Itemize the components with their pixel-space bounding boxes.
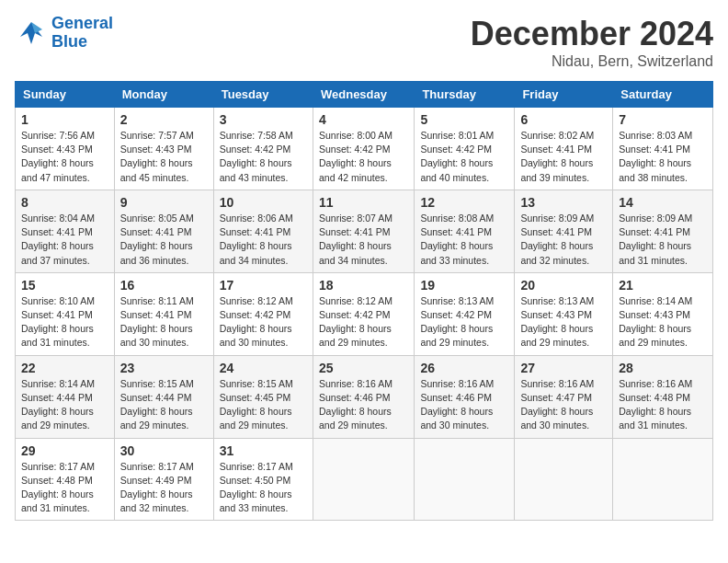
calendar-cell: 12 Sunrise: 8:08 AM Sunset: 4:41 PM Dayl… bbox=[415, 190, 515, 272]
day-info: Sunrise: 8:14 AM Sunset: 4:43 PM Dayligh… bbox=[619, 294, 707, 350]
calendar-week-row: 8 Sunrise: 8:04 AM Sunset: 4:41 PM Dayli… bbox=[16, 190, 713, 272]
day-number: 15 bbox=[21, 278, 108, 293]
day-number: 24 bbox=[220, 361, 307, 375]
day-number: 31 bbox=[220, 443, 307, 458]
day-info: Sunrise: 8:15 AM Sunset: 4:44 PM Dayligh… bbox=[120, 377, 208, 433]
day-number: 27 bbox=[520, 361, 607, 375]
day-info: Sunrise: 8:16 AM Sunset: 4:48 PM Dayligh… bbox=[619, 377, 707, 433]
logo: General Blue bbox=[15, 15, 113, 52]
day-number: 21 bbox=[619, 278, 707, 293]
location-subtitle: Nidau, Bern, Switzerland bbox=[471, 53, 713, 70]
day-number: 1 bbox=[21, 112, 108, 127]
day-info: Sunrise: 8:05 AM Sunset: 4:41 PM Dayligh… bbox=[120, 212, 208, 268]
day-info: Sunrise: 8:16 AM Sunset: 4:47 PM Dayligh… bbox=[520, 377, 607, 433]
calendar-cell: 22 Sunrise: 8:14 AM Sunset: 4:44 PM Dayl… bbox=[16, 355, 115, 438]
day-info: Sunrise: 8:10 AM Sunset: 4:41 PM Dayligh… bbox=[21, 294, 108, 350]
day-info: Sunrise: 8:09 AM Sunset: 4:41 PM Dayligh… bbox=[619, 212, 707, 268]
calendar-cell: 2 Sunrise: 7:57 AM Sunset: 4:43 PM Dayli… bbox=[114, 108, 213, 190]
day-info: Sunrise: 8:13 AM Sunset: 4:43 PM Dayligh… bbox=[520, 294, 607, 350]
column-header-sunday: Sunday bbox=[16, 82, 115, 108]
calendar-cell: 19 Sunrise: 8:13 AM Sunset: 4:42 PM Dayl… bbox=[415, 272, 515, 355]
calendar-week-row: 1 Sunrise: 7:56 AM Sunset: 4:43 PM Dayli… bbox=[16, 108, 713, 190]
calendar-cell: 24 Sunrise: 8:15 AM Sunset: 4:45 PM Dayl… bbox=[213, 355, 313, 438]
day-info: Sunrise: 8:06 AM Sunset: 4:41 PM Dayligh… bbox=[220, 212, 307, 268]
day-number: 17 bbox=[220, 278, 307, 293]
calendar-cell: 17 Sunrise: 8:12 AM Sunset: 4:42 PM Dayl… bbox=[213, 272, 313, 355]
day-number: 18 bbox=[319, 278, 408, 293]
calendar-cell bbox=[613, 438, 713, 521]
day-info: Sunrise: 8:15 AM Sunset: 4:45 PM Dayligh… bbox=[220, 377, 307, 433]
day-info: Sunrise: 8:00 AM Sunset: 4:42 PM Dayligh… bbox=[319, 129, 408, 185]
day-info: Sunrise: 8:16 AM Sunset: 4:46 PM Dayligh… bbox=[319, 377, 408, 433]
calendar-header-row: SundayMondayTuesdayWednesdayThursdayFrid… bbox=[16, 82, 713, 108]
calendar-cell: 11 Sunrise: 8:07 AM Sunset: 4:41 PM Dayl… bbox=[313, 190, 414, 272]
day-number: 20 bbox=[520, 278, 607, 293]
calendar-cell: 30 Sunrise: 8:17 AM Sunset: 4:49 PM Dayl… bbox=[114, 438, 213, 521]
calendar-cell: 21 Sunrise: 8:14 AM Sunset: 4:43 PM Dayl… bbox=[613, 272, 713, 355]
calendar-table: SundayMondayTuesdayWednesdayThursdayFrid… bbox=[15, 81, 713, 521]
day-number: 13 bbox=[520, 195, 607, 210]
day-info: Sunrise: 8:03 AM Sunset: 4:41 PM Dayligh… bbox=[619, 129, 707, 185]
day-number: 22 bbox=[21, 361, 108, 375]
page-header: General Blue December 2024 Nidau, Bern, … bbox=[15, 15, 713, 70]
calendar-week-row: 22 Sunrise: 8:14 AM Sunset: 4:44 PM Dayl… bbox=[16, 355, 713, 438]
day-number: 4 bbox=[319, 112, 408, 127]
day-number: 14 bbox=[619, 195, 707, 210]
calendar-cell: 8 Sunrise: 8:04 AM Sunset: 4:41 PM Dayli… bbox=[16, 190, 115, 272]
day-info: Sunrise: 8:12 AM Sunset: 4:42 PM Dayligh… bbox=[319, 294, 408, 350]
calendar-cell: 16 Sunrise: 8:11 AM Sunset: 4:41 PM Dayl… bbox=[114, 272, 213, 355]
calendar-cell: 29 Sunrise: 8:17 AM Sunset: 4:48 PM Dayl… bbox=[16, 438, 115, 521]
day-number: 25 bbox=[319, 361, 408, 375]
calendar-cell: 3 Sunrise: 7:58 AM Sunset: 4:42 PM Dayli… bbox=[213, 108, 313, 190]
title-area: December 2024 Nidau, Bern, Switzerland bbox=[471, 15, 713, 70]
day-info: Sunrise: 8:08 AM Sunset: 4:41 PM Dayligh… bbox=[420, 212, 508, 268]
day-info: Sunrise: 8:01 AM Sunset: 4:42 PM Dayligh… bbox=[420, 129, 508, 185]
day-info: Sunrise: 8:16 AM Sunset: 4:46 PM Dayligh… bbox=[420, 377, 508, 433]
day-info: Sunrise: 8:07 AM Sunset: 4:41 PM Dayligh… bbox=[319, 212, 408, 268]
calendar-cell: 1 Sunrise: 7:56 AM Sunset: 4:43 PM Dayli… bbox=[16, 108, 115, 190]
calendar-cell: 6 Sunrise: 8:02 AM Sunset: 4:41 PM Dayli… bbox=[515, 108, 613, 190]
day-info: Sunrise: 7:58 AM Sunset: 4:42 PM Dayligh… bbox=[220, 129, 307, 185]
day-info: Sunrise: 8:17 AM Sunset: 4:49 PM Dayligh… bbox=[120, 460, 208, 516]
svg-marker-0 bbox=[20, 22, 42, 44]
day-number: 19 bbox=[420, 278, 508, 293]
day-number: 2 bbox=[120, 112, 208, 127]
column-header-friday: Friday bbox=[515, 82, 613, 108]
day-number: 26 bbox=[420, 361, 508, 375]
calendar-cell: 5 Sunrise: 8:01 AM Sunset: 4:42 PM Dayli… bbox=[415, 108, 515, 190]
day-number: 30 bbox=[120, 443, 208, 458]
day-number: 7 bbox=[619, 112, 707, 127]
calendar-cell: 27 Sunrise: 8:16 AM Sunset: 4:47 PM Dayl… bbox=[515, 355, 613, 438]
logo-text: General Blue bbox=[51, 15, 113, 52]
column-header-monday: Monday bbox=[114, 82, 213, 108]
column-header-tuesday: Tuesday bbox=[213, 82, 313, 108]
day-number: 11 bbox=[319, 195, 408, 210]
day-info: Sunrise: 8:04 AM Sunset: 4:41 PM Dayligh… bbox=[21, 212, 108, 268]
calendar-cell bbox=[515, 438, 613, 521]
logo-icon bbox=[15, 17, 48, 50]
day-info: Sunrise: 8:02 AM Sunset: 4:41 PM Dayligh… bbox=[520, 129, 607, 185]
day-info: Sunrise: 8:09 AM Sunset: 4:41 PM Dayligh… bbox=[520, 212, 607, 268]
day-number: 16 bbox=[120, 278, 208, 293]
calendar-cell: 23 Sunrise: 8:15 AM Sunset: 4:44 PM Dayl… bbox=[114, 355, 213, 438]
calendar-cell: 28 Sunrise: 8:16 AM Sunset: 4:48 PM Dayl… bbox=[613, 355, 713, 438]
calendar-cell: 4 Sunrise: 8:00 AM Sunset: 4:42 PM Dayli… bbox=[313, 108, 414, 190]
calendar-cell bbox=[313, 438, 414, 521]
day-info: Sunrise: 8:13 AM Sunset: 4:42 PM Dayligh… bbox=[420, 294, 508, 350]
calendar-cell: 18 Sunrise: 8:12 AM Sunset: 4:42 PM Dayl… bbox=[313, 272, 414, 355]
calendar-cell: 10 Sunrise: 8:06 AM Sunset: 4:41 PM Dayl… bbox=[213, 190, 313, 272]
day-info: Sunrise: 7:57 AM Sunset: 4:43 PM Dayligh… bbox=[120, 129, 208, 185]
day-number: 9 bbox=[120, 195, 208, 210]
day-info: Sunrise: 8:17 AM Sunset: 4:48 PM Dayligh… bbox=[21, 460, 108, 516]
day-number: 3 bbox=[220, 112, 307, 127]
day-number: 28 bbox=[619, 361, 707, 375]
column-header-wednesday: Wednesday bbox=[313, 82, 414, 108]
calendar-cell: 13 Sunrise: 8:09 AM Sunset: 4:41 PM Dayl… bbox=[515, 190, 613, 272]
calendar-week-row: 15 Sunrise: 8:10 AM Sunset: 4:41 PM Dayl… bbox=[16, 272, 713, 355]
day-info: Sunrise: 8:12 AM Sunset: 4:42 PM Dayligh… bbox=[220, 294, 307, 350]
column-header-thursday: Thursday bbox=[415, 82, 515, 108]
day-info: Sunrise: 7:56 AM Sunset: 4:43 PM Dayligh… bbox=[21, 129, 108, 185]
day-info: Sunrise: 8:11 AM Sunset: 4:41 PM Dayligh… bbox=[120, 294, 208, 350]
day-info: Sunrise: 8:17 AM Sunset: 4:50 PM Dayligh… bbox=[220, 460, 307, 516]
calendar-cell: 26 Sunrise: 8:16 AM Sunset: 4:46 PM Dayl… bbox=[415, 355, 515, 438]
